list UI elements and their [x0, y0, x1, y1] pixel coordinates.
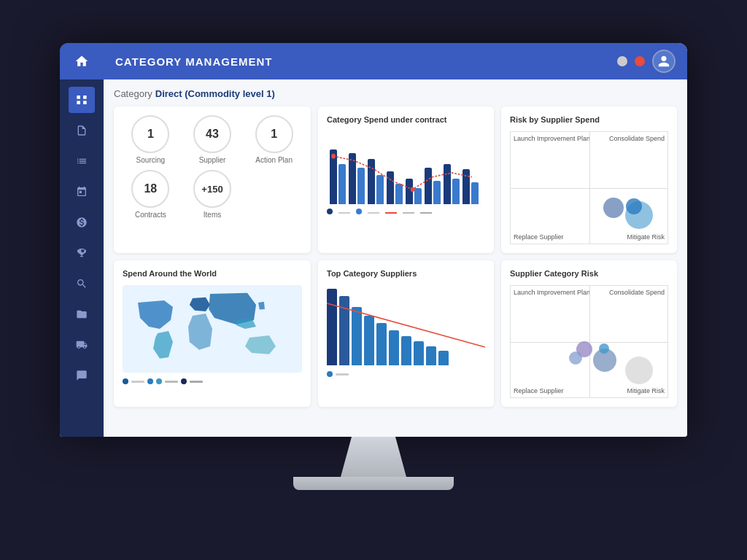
home-button[interactable] [60, 43, 104, 79]
stats-grid: 1 Sourcing 43 Supplier 1 Action Plan [123, 115, 302, 219]
q-top-right-label: Consolidate Spend [609, 135, 665, 142]
sup-dot-1 [327, 371, 333, 377]
contracts-label: Contracts [135, 211, 166, 219]
sidebar-item-folder[interactable] [69, 301, 95, 327]
dashboard-grid: 1 Sourcing 43 Supplier 1 Action Plan [114, 106, 677, 407]
legend-dot-dark [327, 209, 333, 214]
sidebar [60, 43, 104, 437]
bar-mid-6 [433, 181, 441, 204]
legend-gray1 [338, 209, 350, 214]
bar-dark-2 [349, 153, 356, 204]
bar-group-4 [387, 171, 403, 204]
legend-red [385, 209, 397, 214]
category-spend-title: Category Spend under contract [327, 115, 485, 124]
world-line-3 [190, 381, 203, 383]
sidebar-item-search[interactable] [69, 271, 95, 297]
sidebar-nav [69, 79, 95, 437]
supplier-stat: 43 Supplier [185, 115, 241, 164]
sidebar-item-dashboard[interactable] [69, 87, 95, 113]
world-dot-2 [147, 378, 153, 384]
spend-legend [327, 209, 485, 214]
items-label: Items [204, 211, 221, 219]
stats-widget: 1 Sourcing 43 Supplier 1 Action Plan [114, 106, 311, 253]
legend-gray3 [403, 209, 414, 214]
svg-rect-2 [77, 101, 80, 104]
items-stat: +150 Items [185, 170, 241, 219]
sidebar-item-list[interactable] [69, 148, 95, 174]
risk2-v-divider [589, 286, 590, 397]
supplier-bar-chart [327, 285, 485, 365]
risk-supplier-widget: Risk by Supplier Spend Launch Improvemen… [501, 106, 677, 253]
bar-mid-8 [471, 182, 479, 204]
legend-line-gray4 [420, 212, 432, 214]
sidebar-item-trophy[interactable] [69, 240, 95, 266]
sidebar-item-calendar[interactable] [69, 179, 95, 205]
action-plan-stat: 1 Action Plan [246, 115, 302, 164]
q-top-left-label: Launch Improvement Plan [514, 135, 590, 142]
action-plan-circle: 1 [255, 115, 293, 153]
spend-world-title: Spend Around the World [123, 269, 302, 278]
legend-line-gray2 [368, 212, 379, 214]
sidebar-item-finance[interactable] [69, 209, 95, 236]
world-dot-3 [156, 378, 162, 384]
bubble-1 [603, 198, 624, 218]
bar-mid-4 [395, 184, 403, 204]
bar-dark-4 [387, 171, 394, 204]
action-plan-label: Action Plan [255, 156, 293, 164]
topbar: CATEGORY MANAGEMENT [104, 43, 687, 79]
bar-group-2 [349, 153, 365, 204]
legend-gray4 [420, 209, 432, 214]
risk2-bottom-right: Mitigate Risk [627, 387, 665, 394]
breadcrumb-value: Direct (Commodity level 1) [155, 88, 275, 99]
supplier-label: Supplier [199, 156, 226, 164]
sidebar-item-chat[interactable] [69, 362, 95, 389]
sup-bar-7 [401, 336, 411, 365]
monitor-base [293, 477, 454, 490]
bar-dark-7 [444, 164, 451, 204]
risk2-bubble-4 [625, 357, 653, 384]
bar-group-6 [425, 168, 441, 204]
app-title: CATEGORY MANAGEMENT [115, 55, 272, 68]
world-dot-4 [181, 378, 187, 384]
main-content: CATEGORY MANAGEMENT Category Direct (Com… [104, 43, 687, 437]
bar-dark-3 [368, 159, 375, 204]
sup-bar-5 [376, 323, 387, 365]
sidebar-item-documents[interactable] [69, 117, 95, 144]
user-avatar[interactable] [652, 50, 676, 73]
spend-bar-chart [327, 131, 485, 204]
legend-line-gray3 [403, 212, 414, 214]
suppliers-legend [327, 371, 485, 377]
world-line-2 [165, 381, 178, 383]
notification-dot-1[interactable] [617, 56, 627, 66]
bar-dark-6 [425, 168, 432, 204]
spend-world-widget: Spend Around the World [114, 260, 311, 407]
legend-line-gray1 [338, 212, 350, 214]
top-suppliers-title: Top Category Suppliers [327, 269, 485, 278]
legend-line-red [385, 212, 397, 214]
supplier-risk-widget: Supplier Category Risk Launch Improvemen… [501, 260, 677, 407]
svg-rect-1 [83, 96, 87, 99]
sup-bar-10 [438, 351, 449, 365]
world-dot-1 [123, 378, 128, 384]
bar-dark-8 [462, 169, 470, 204]
bar-mid-2 [357, 168, 365, 204]
bar-mid-3 [376, 175, 384, 204]
bar-mid-1 [338, 164, 346, 204]
svg-rect-3 [83, 101, 87, 104]
risk2-bubble-3 [569, 351, 582, 365]
supplier-circle: 43 [193, 115, 231, 153]
sidebar-item-truck[interactable] [69, 332, 95, 358]
q-bottom-left-label: Replace Supplier [514, 233, 564, 241]
bubble-3 [626, 198, 642, 214]
legend-dark [327, 209, 333, 214]
topbar-actions [617, 50, 676, 73]
monitor-stand [337, 437, 410, 477]
bar-group-7 [444, 164, 460, 204]
notification-dot-red[interactable] [635, 56, 645, 66]
bar-group-5 [406, 179, 422, 204]
contracts-circle: 18 [131, 170, 169, 208]
bar-group-1 [330, 149, 346, 204]
q-bottom-right-label: Mitigate Risk [627, 233, 665, 241]
bar-dark-5 [406, 179, 413, 204]
world-map [123, 285, 302, 373]
